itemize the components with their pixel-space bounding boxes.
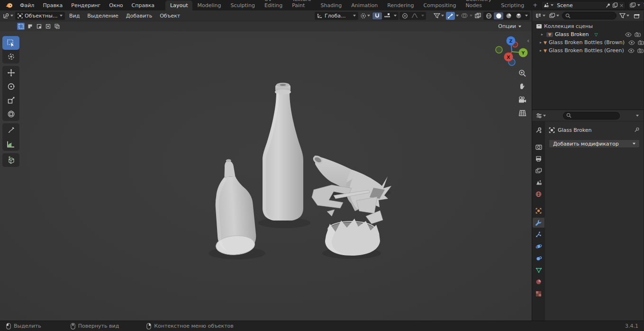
tab-view-layer[interactable] <box>533 166 544 175</box>
menu-file[interactable]: Файл <box>16 0 38 10</box>
snap-toggle[interactable] <box>372 12 382 19</box>
tab-compositing[interactable]: Compositing <box>418 0 461 10</box>
snap-increment-icon[interactable] <box>382 12 392 19</box>
object-visibility-dropdown[interactable] <box>433 12 445 20</box>
show-overlays-toggle[interactable] <box>460 12 469 20</box>
tab-physics[interactable] <box>533 241 544 251</box>
tab-scene[interactable] <box>533 177 544 187</box>
add-workspace-button[interactable]: + <box>529 0 541 10</box>
axis-y-handle[interactable]: Y <box>519 48 528 57</box>
scene-collection-row[interactable]: Коллекция сцены <box>532 22 644 30</box>
chevron-down-icon[interactable] <box>470 15 472 17</box>
blender-logo-icon[interactable] <box>3 0 16 10</box>
tab-sculpting[interactable]: Sculpting <box>226 0 260 10</box>
mode-dropdown[interactable]: Объектны... <box>15 12 65 20</box>
tab-texture-paint[interactable]: Texture Paint <box>287 0 316 10</box>
tab-particles[interactable] <box>533 230 544 239</box>
hide-viewport-eye-icon[interactable] <box>628 40 635 45</box>
disable-render-camera-icon[interactable] <box>635 32 641 37</box>
unlink-scene-icon[interactable]: × <box>619 2 624 9</box>
viewport-3d-scene[interactable] <box>0 31 532 321</box>
tool-scale[interactable] <box>2 93 19 107</box>
viewlayer-selector[interactable]: ViewLayer × <box>628 1 644 9</box>
tool-move[interactable] <box>2 66 19 80</box>
expand-icon[interactable]: ▸ <box>540 48 542 53</box>
tool-transform[interactable] <box>2 107 19 121</box>
transform-orientation-dropdown[interactable]: Глоба... <box>315 12 358 20</box>
tab-layout[interactable]: Layout <box>165 0 192 10</box>
breadcrumb-object-name[interactable]: Glass Broken <box>558 127 592 133</box>
editor-type-button[interactable] <box>2 12 14 20</box>
toggle-ortho-button[interactable] <box>517 108 527 118</box>
tool-add-primitive[interactable] <box>2 153 19 167</box>
menu-edit[interactable]: Правка <box>38 0 67 10</box>
tab-object-data[interactable] <box>533 265 544 275</box>
tab-render[interactable] <box>533 142 544 152</box>
select-mode-invert[interactable] <box>44 23 52 30</box>
tab-constraints[interactable] <box>533 253 544 263</box>
hide-viewport-eye-icon[interactable] <box>628 48 635 53</box>
bottle-broken-base[interactable] <box>325 219 380 256</box>
chevron-down-icon[interactable] <box>394 15 397 17</box>
object-name[interactable]: Glass Broken Bottles (Green) <box>549 47 624 54</box>
hide-viewport-eye-icon[interactable] <box>625 32 632 37</box>
shading-wireframe-button[interactable] <box>484 12 493 19</box>
menu-add[interactable]: Добавить <box>123 10 155 21</box>
expand-icon[interactable]: ▸ <box>540 40 542 45</box>
tool-options-dropdown[interactable]: Опции <box>498 23 528 29</box>
tool-annotate[interactable] <box>2 123 19 137</box>
new-collection-button[interactable] <box>632 12 641 20</box>
properties-editor-type-button[interactable] <box>535 111 547 120</box>
viewport-canvas[interactable]: Z Y X <box>0 31 532 321</box>
disable-render-camera-icon[interactable] <box>637 48 644 53</box>
tab-uv-editing[interactable]: UV Editing <box>260 0 287 10</box>
outliner-row-glass-broken[interactable]: ▸ ▼ Glass Broken ▽ <box>532 30 644 38</box>
tab-output[interactable] <box>533 154 544 164</box>
shading-material-button[interactable] <box>504 12 513 19</box>
expand-icon[interactable]: ▸ <box>540 32 544 37</box>
outliner-display-mode-dropdown[interactable] <box>548 12 560 20</box>
axis-neg-y-handle[interactable] <box>496 46 502 53</box>
menu-help[interactable]: Справка <box>127 0 159 10</box>
tab-rendering[interactable]: Rendering <box>382 0 418 10</box>
tab-modifiers[interactable] <box>533 218 544 228</box>
outliner-row-bottles-brown[interactable]: ▸ ▼ Glass Broken Bottles (Brown) <box>532 38 644 46</box>
xray-toggle[interactable] <box>473 12 482 20</box>
select-mode-intersect[interactable] <box>53 23 61 30</box>
axis-z-handle[interactable]: Z <box>507 37 516 46</box>
proportional-falloff-icon[interactable] <box>410 12 419 19</box>
tab-object[interactable] <box>533 206 544 216</box>
tab-material[interactable] <box>533 277 544 287</box>
navigation-gizmo[interactable]: Z Y X <box>493 34 532 67</box>
pan-view-button[interactable] <box>517 82 527 91</box>
menu-view[interactable]: Вид <box>66 10 83 21</box>
select-mode-extend[interactable] <box>26 23 34 30</box>
tab-shading[interactable]: Shading <box>316 0 346 10</box>
pin-icon[interactable] <box>606 3 611 8</box>
object-name[interactable]: Glass Broken Bottles (Brown) <box>549 39 625 46</box>
properties-search-input[interactable] <box>563 112 620 120</box>
bottle-leaning[interactable] <box>210 157 257 256</box>
object-name[interactable]: Glass Broken <box>555 31 589 37</box>
select-mode-set[interactable] <box>17 23 25 30</box>
scene-selector[interactable]: Scene × <box>541 1 626 9</box>
shading-solid-button[interactable] <box>494 12 503 19</box>
tab-texture[interactable] <box>533 289 544 299</box>
tab-world[interactable] <box>533 189 544 199</box>
outliner-row-bottles-green[interactable]: ▸ ▼ Glass Broken Bottles (Green) <box>532 46 644 55</box>
add-modifier-dropdown[interactable]: Добавить модификатор <box>549 139 640 148</box>
tab-geometry-nodes[interactable]: Geometry Nodes <box>461 0 496 10</box>
tab-animation[interactable]: Animation <box>346 0 382 10</box>
outliner-search-input[interactable] <box>562 12 617 19</box>
chevron-down-icon[interactable] <box>421 15 424 17</box>
new-scene-icon[interactable] <box>612 2 618 8</box>
outliner-filter-dropdown[interactable] <box>618 12 630 20</box>
menu-object[interactable]: Объект <box>156 10 183 21</box>
tab-tool[interactable] <box>533 125 544 135</box>
chevron-down-icon[interactable] <box>636 115 639 117</box>
select-mode-subtract[interactable] <box>35 23 43 30</box>
menu-render[interactable]: Рендеринг <box>67 0 105 10</box>
bottle-standing[interactable] <box>263 83 303 221</box>
pivot-point-dropdown[interactable] <box>359 12 371 20</box>
shading-rendered-button[interactable] <box>514 12 523 19</box>
